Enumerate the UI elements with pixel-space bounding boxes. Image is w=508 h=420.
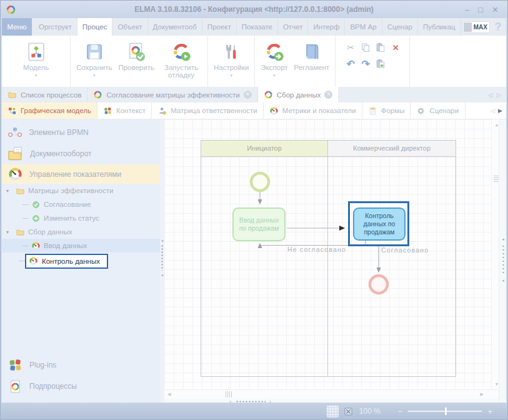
sidebar-item-subprocesses[interactable]: Подпроцессы (2, 376, 160, 397)
ribbon-toolbar: Модель ▾ Сохранить ▾ Проверить Запустить… (2, 36, 506, 87)
expander-icon[interactable]: ▾ (6, 188, 12, 194)
collapse-left-icon[interactable]: ◂ (161, 238, 163, 242)
cut-icon[interactable]: ✂ (347, 42, 354, 52)
paste-icon[interactable] (375, 42, 386, 53)
canvas-horizontal-scrollbar[interactable]: ◀ ▶ (164, 389, 501, 399)
model-button[interactable]: Модель ▾ (4, 39, 67, 79)
delete-icon[interactable]: ✕ (392, 43, 399, 52)
sidebar-item-label: Plug-ins (29, 361, 56, 369)
regulation-button[interactable]: Регламент (291, 39, 333, 72)
ribbon-group-export: Экспорт ▾ Регламент (255, 36, 336, 87)
paste-special-icon[interactable] (375, 58, 386, 69)
check-button[interactable]: Проверить (115, 39, 157, 72)
flow-label-approved: Согласовано (381, 246, 429, 254)
tab-label: Сценарии (429, 107, 459, 114)
sidebar-splitter[interactable]: ◂ ◂ (160, 119, 164, 402)
tab-forms[interactable]: Формы (362, 102, 411, 119)
tab-orgstruct[interactable]: Оргструкт (34, 18, 77, 36)
collapse-left-icon[interactable]: ◂ (161, 272, 163, 277)
end-event[interactable] (370, 276, 387, 293)
tree-item-data-input[interactable]: Ввод данных (2, 239, 160, 252)
app-window: ELMA 3.10.8.32106 - Конфигурация <http:/… (0, 0, 508, 420)
settings-button[interactable]: Настройки ▾ (211, 39, 252, 79)
tab-label: Сбор данных (277, 91, 321, 99)
help-button[interactable]: ? (490, 21, 506, 34)
sidebar-item-indicator-management[interactable]: Управление показателями (2, 164, 160, 184)
ribbon-group-model: Модель ▾ (2, 36, 71, 87)
collapse-left-icon[interactable]: ◂ (502, 278, 504, 283)
tab-bpm-apps[interactable]: BPM Ар (345, 18, 382, 36)
scroll-left-icon[interactable]: ◀ (167, 392, 171, 397)
zoom-out-button[interactable]: − (398, 407, 403, 416)
save-button[interactable]: Сохранить ▾ (73, 39, 115, 79)
tab-matrix-approval[interactable]: Согласование матрицы эффективности × (87, 87, 257, 102)
sidebar-item-docflow[interactable]: Документооборот (2, 143, 160, 164)
sidebar-item-bpmn-elements[interactable]: Элементы BPMN (2, 122, 160, 143)
tab-scroll-right-icon[interactable]: ▷ (497, 92, 501, 98)
zoom-slider-thumb[interactable] (445, 408, 447, 415)
tree-folder-data-collection[interactable]: ▾ Сбор данных (2, 225, 160, 239)
zoom-slider[interactable] (408, 411, 482, 412)
close-tab-icon[interactable]: × (244, 91, 252, 99)
tab-metrics[interactable]: Метрики и показатели (264, 102, 362, 119)
tab-scroll-left-icon[interactable]: ◁ (488, 92, 492, 98)
tab-label: Графическая модель (21, 107, 91, 114)
max-toggle[interactable]: MAX (462, 21, 490, 33)
tab-graphic-model[interactable]: Графическая модель (2, 102, 97, 119)
tab-publication[interactable]: Публикац (418, 18, 461, 36)
tree-folder-efficiency-matrices[interactable]: ▾ Матрицы эффективности (2, 184, 160, 198)
menu-button[interactable]: Меню (2, 18, 32, 36)
tab-interface[interactable]: Интерф (308, 18, 345, 36)
export-button[interactable]: Экспорт ▾ (257, 39, 291, 79)
sidebar-item-plugins[interactable]: Plug-ins (2, 354, 160, 376)
tab-responsibility-matrix[interactable]: Матрица ответственности (152, 102, 264, 119)
right-panel-splitter[interactable]: ◂ ◂ (499, 119, 506, 402)
start-event[interactable] (251, 173, 269, 191)
tab-project[interactable]: Проект (202, 18, 237, 36)
tab-scripts[interactable]: Сценарии (411, 102, 466, 119)
tree-connector (22, 246, 28, 246)
tree-item-change-status[interactable]: Изменить статус (2, 211, 160, 225)
tab-object[interactable]: Объект (112, 18, 147, 36)
tree-item-approval[interactable]: Согласование (2, 198, 160, 211)
tab-data-collection[interactable]: Сбор данных × (258, 87, 339, 102)
copy-icon[interactable] (360, 42, 371, 53)
fit-to-screen-icon[interactable] (343, 406, 354, 417)
zoom-in-button[interactable]: + (487, 407, 492, 416)
redo-icon[interactable]: ↷ (361, 58, 369, 70)
tab-indicators[interactable]: Показате (237, 18, 278, 36)
document-tab-bar: Список процессов Согласование матрицы эф… (2, 87, 506, 102)
minimize-button[interactable]: – (465, 5, 469, 14)
title-bar: ELMA 3.10.8.32106 - Конфигурация <http:/… (1, 1, 507, 18)
tree-item-data-control[interactable]: Контроль данных (25, 254, 108, 269)
tab-process[interactable]: Процес (77, 18, 113, 36)
tab-report[interactable]: Отчет (278, 18, 309, 36)
maximize-button[interactable]: □ (478, 5, 483, 14)
tab-context[interactable]: Контекст (97, 102, 152, 119)
tab-process-list[interactable]: Список процессов (2, 87, 87, 102)
task-data-control[interactable]: Контроль данных по продажам (353, 208, 406, 241)
viewtab-scroll-left-icon[interactable]: ◁ (491, 108, 495, 114)
close-tab-icon[interactable]: × (324, 91, 332, 99)
tab-scripts[interactable]: Сценар (382, 18, 418, 36)
scroll-right-icon[interactable]: ▶ (481, 392, 484, 397)
close-button[interactable]: ✕ (492, 5, 499, 14)
process-tree-sidebar: Элементы BPMN Документооборот Управление… (2, 119, 160, 402)
run-debug-button[interactable]: Запустить отладку (157, 39, 205, 80)
grid-toggle-icon[interactable] (327, 406, 339, 418)
bpmn-canvas[interactable]: Инициатор Коммерческий директор Ввод дан… (164, 119, 491, 389)
expander-icon[interactable]: ▾ (6, 229, 12, 235)
collapse-left-icon[interactable]: ◂ (502, 237, 504, 242)
zoom-level: 100 % (359, 407, 381, 416)
tab-label: Матрица ответственности (171, 107, 257, 114)
chevron-down-icon: ▾ (35, 73, 37, 78)
undo-icon[interactable]: ↶ (346, 58, 354, 70)
viewtab-scroll-right-icon[interactable]: ▶ (498, 108, 502, 114)
task-data-input[interactable]: Ввод данных по продажам (232, 208, 286, 241)
splitter-grip[interactable] (161, 244, 163, 271)
tab-docflow[interactable]: Документооб (148, 18, 202, 36)
splitter-grip[interactable] (502, 244, 504, 276)
check-circle-icon (31, 200, 41, 209)
save-icon (84, 42, 104, 62)
horizontal-scroll-thumb[interactable] (226, 391, 233, 398)
